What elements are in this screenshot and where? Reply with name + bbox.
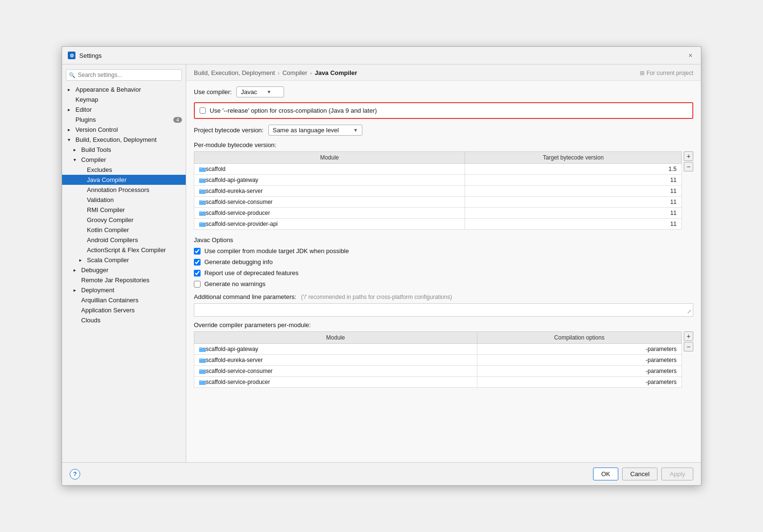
- sidebar-item-build-tools[interactable]: ▸Build Tools: [62, 145, 186, 155]
- compiler-dropdown[interactable]: Javac ▼: [236, 86, 284, 97]
- module-table-side-buttons: + −: [684, 151, 693, 236]
- sidebar-item-validation[interactable]: Validation: [62, 195, 186, 205]
- remove-override-button[interactable]: −: [684, 342, 693, 351]
- dialog-title: Settings: [79, 52, 102, 59]
- app-icon: ⚙: [68, 52, 75, 59]
- per-module-table: Module Target bytecode version scaffold: [194, 151, 682, 230]
- ok-button[interactable]: OK: [593, 468, 618, 480]
- module-table-body: scaffold 1.5 scaffold-api-gateway 11: [194, 164, 682, 230]
- sidebar-item-java-compiler[interactable]: Java Compiler: [62, 175, 186, 185]
- bytecode-version-value: Same as language level: [273, 127, 339, 134]
- close-button[interactable]: ×: [686, 51, 695, 60]
- javac-checkbox-label-report-deprecated[interactable]: Report use of deprecated features: [204, 269, 298, 277]
- sidebar-item-groovy-compiler[interactable]: Groovy Compiler: [62, 215, 186, 225]
- target-bytecode-col-header: Target bytecode version: [465, 152, 682, 164]
- sidebar-item-annotation-processors[interactable]: Annotation Processors: [62, 185, 186, 195]
- add-module-button[interactable]: +: [684, 151, 693, 161]
- sidebar-item-remote-jar[interactable]: Remote Jar Repositories: [62, 275, 186, 285]
- version-cell: 11: [465, 197, 682, 208]
- sidebar-item-actionscript-compiler[interactable]: ActionScript & Flex Compiler: [62, 245, 186, 255]
- content-body: Use compiler: Javac ▼ Use '--release' op…: [186, 81, 701, 462]
- sidebar-item-plugins[interactable]: Plugins4: [62, 115, 186, 125]
- cancel-button[interactable]: Cancel: [622, 468, 657, 480]
- remove-module-button[interactable]: −: [684, 162, 693, 171]
- additional-cmd-hint: ('/' recommended in paths for cross-plat…: [301, 294, 452, 300]
- compiler-dropdown-arrow: ▼: [266, 89, 271, 95]
- sidebar-item-kotlin-compiler[interactable]: Kotlin Compiler: [62, 225, 186, 235]
- override-label: Override compiler parameters per-module:: [194, 321, 693, 329]
- expand-arrow: ▾: [68, 137, 74, 142]
- javac-checkbox-label-generate-no-warnings[interactable]: Generate no warnings: [204, 280, 265, 287]
- javac-checkbox-row-generate-debugging: Generate debugging info: [194, 258, 693, 266]
- sidebar-item-appearance[interactable]: ▸Appearance & Behavior: [62, 85, 186, 95]
- table-row: scaffold-eureka-server 11: [194, 186, 682, 197]
- version-cell: 11: [465, 186, 682, 197]
- dialog-body: 🔍 ▸Appearance & BehaviorKeymap▸EditorPlu…: [62, 64, 701, 462]
- javac-checkbox-use-compiler-module[interactable]: [194, 248, 201, 255]
- search-input[interactable]: [66, 69, 182, 81]
- version-cell: 11: [465, 219, 682, 230]
- expand-arrow: ▸: [79, 257, 85, 263]
- main-content: Build, Execution, Deployment › Compiler …: [186, 64, 701, 462]
- sidebar-item-label: Debugger: [81, 266, 108, 274]
- tree-container: ▸Appearance & BehaviorKeymap▸EditorPlugi…: [62, 85, 186, 325]
- apply-button[interactable]: Apply: [661, 468, 693, 480]
- add-override-button[interactable]: +: [684, 331, 693, 341]
- sidebar-item-compiler[interactable]: ▾Compiler: [62, 155, 186, 165]
- additional-cmd-input[interactable]: [194, 303, 693, 317]
- version-cell: 11: [465, 175, 682, 186]
- javac-checkbox-row-report-deprecated: Report use of deprecated features: [194, 269, 693, 277]
- bytecode-version-row: Project bytecode version: Same as langua…: [194, 125, 693, 136]
- javac-checkbox-label-generate-debugging[interactable]: Generate debugging info: [204, 258, 273, 266]
- sidebar-item-build-execution[interactable]: ▾Build, Execution, Deployment: [62, 135, 186, 145]
- sidebar-item-debugger[interactable]: ▸Debugger: [62, 265, 186, 275]
- sidebar-item-label: Application Servers: [81, 307, 135, 314]
- javac-checkbox-generate-no-warnings[interactable]: [194, 281, 201, 287]
- sidebar-item-label: Compiler: [81, 156, 106, 163]
- sidebar-item-version-control[interactable]: ▸Version Control: [62, 125, 186, 135]
- sidebar-item-label: Arquillian Containers: [81, 297, 138, 304]
- javac-checkbox-generate-debugging[interactable]: [194, 259, 201, 266]
- expand-icon: ⤢: [687, 309, 691, 315]
- version-cell: 1.5: [465, 164, 682, 175]
- table-row: scaffold-api-gateway 11: [194, 175, 682, 186]
- sidebar-item-label: Version Control: [75, 126, 118, 133]
- svg-rect-17: [199, 369, 202, 371]
- override-options-cell: -parameters: [477, 366, 681, 377]
- sidebar-item-arquillian[interactable]: Arquillian Containers: [62, 295, 186, 305]
- release-option-label[interactable]: Use '--release' option for cross-compila…: [210, 107, 377, 114]
- sidebar-item-label: Appearance & Behavior: [75, 86, 141, 93]
- svg-rect-5: [199, 189, 202, 191]
- sidebar-item-label: Excludes: [87, 166, 112, 173]
- search-box[interactable]: 🔍: [66, 69, 182, 81]
- settings-dialog: ⚙ Settings × 🔍 ▸Appearance & BehaviorKey…: [62, 46, 701, 486]
- sidebar-item-app-servers[interactable]: Application Servers: [62, 305, 186, 315]
- sidebar-item-android-compilers[interactable]: Android Compilers: [62, 235, 186, 245]
- sidebar-badge: 4: [173, 117, 182, 123]
- expand-arrow: ▸: [68, 87, 74, 92]
- sidebar-item-scala-compiler[interactable]: ▸Scala Compiler: [62, 255, 186, 265]
- sidebar-item-deployment[interactable]: ▸Deployment: [62, 285, 186, 295]
- svg-rect-9: [199, 211, 202, 213]
- release-option-checkbox[interactable]: [200, 107, 206, 114]
- javac-checkbox-label-use-compiler-module[interactable]: Use compiler from module target JDK when…: [204, 247, 349, 255]
- javac-checkbox-report-deprecated[interactable]: [194, 270, 201, 277]
- help-button[interactable]: ?: [70, 469, 80, 479]
- override-table-wrap: Module Compilation options scaffold-api-…: [194, 331, 682, 394]
- expand-arrow: ▸: [74, 287, 79, 293]
- use-compiler-label: Use compiler:: [194, 88, 232, 96]
- override-options-cell: -parameters: [477, 344, 681, 355]
- override-table-side-buttons: + −: [684, 331, 693, 394]
- sidebar-item-label: Android Compilers: [87, 236, 138, 244]
- sidebar-item-label: Editor: [75, 106, 92, 113]
- bytecode-version-dropdown[interactable]: Same as language level ▼: [268, 125, 362, 136]
- per-module-table-container: Module Target bytecode version scaffold: [194, 151, 693, 236]
- sidebar-item-keymap[interactable]: Keymap: [62, 95, 186, 105]
- sidebar-item-editor[interactable]: ▸Editor: [62, 105, 186, 115]
- sidebar-item-rmi-compiler[interactable]: RMI Compiler: [62, 205, 186, 215]
- sidebar-item-excludes[interactable]: Excludes: [62, 165, 186, 175]
- svg-rect-7: [199, 200, 202, 202]
- sidebar-item-clouds[interactable]: Clouds: [62, 315, 186, 325]
- svg-rect-1: [199, 167, 202, 169]
- project-icon: ⊞: [640, 70, 645, 76]
